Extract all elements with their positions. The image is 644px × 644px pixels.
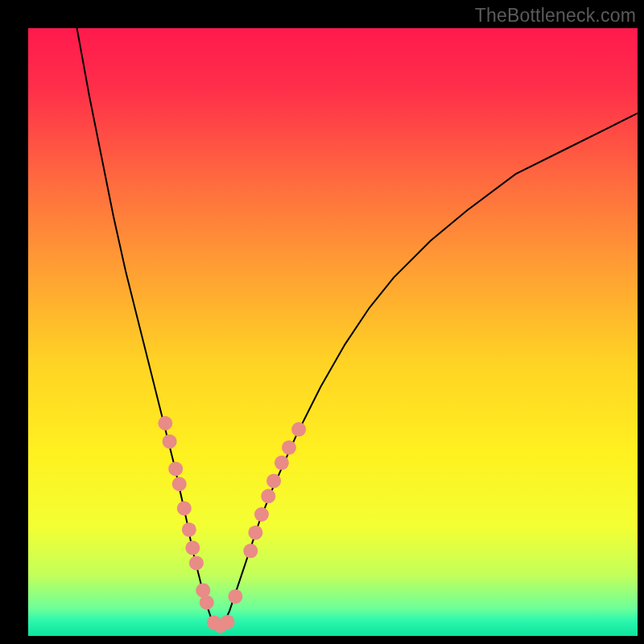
highlight-point bbox=[275, 456, 289, 470]
highlight-point bbox=[291, 422, 306, 436]
chart-frame: TheBottleneck.com bbox=[0, 0, 644, 644]
highlight-point bbox=[158, 416, 172, 431]
highlight-point bbox=[266, 473, 281, 488]
highlight-point bbox=[228, 589, 242, 604]
highlight-point bbox=[168, 461, 183, 476]
highlight-point bbox=[248, 526, 262, 540]
highlight-point bbox=[221, 615, 235, 630]
watermark-text: TheBottleneck.com bbox=[475, 5, 636, 27]
highlight-point bbox=[172, 477, 187, 491]
highlight-point bbox=[185, 541, 200, 555]
highlight-point bbox=[282, 440, 296, 455]
highlight-point bbox=[189, 555, 204, 570]
highlight-point bbox=[163, 434, 177, 448]
highlight-point bbox=[261, 489, 275, 503]
bottleneck-chart bbox=[28, 28, 638, 636]
plot-background bbox=[28, 28, 638, 636]
highlight-point bbox=[182, 522, 196, 537]
highlight-point bbox=[254, 507, 269, 522]
highlight-point bbox=[200, 595, 214, 609]
highlight-point bbox=[177, 501, 192, 515]
highlight-point bbox=[243, 543, 258, 558]
